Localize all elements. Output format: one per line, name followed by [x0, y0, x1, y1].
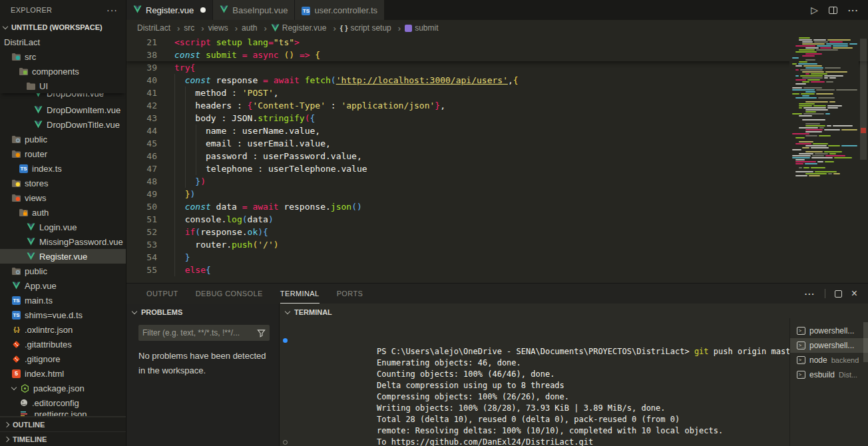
code-line[interactable]: 54 }: [126, 251, 868, 264]
sticky-code-line[interactable]: 21 <script setup lang="ts">: [126, 36, 868, 49]
terminal-instance-item[interactable]: >_ node backend: [790, 353, 868, 367]
panel-tab[interactable]: DEBUG CONSOLE: [196, 284, 263, 304]
split-editor-icon[interactable]: [829, 7, 837, 14]
panel-tab-label: PORTS: [337, 290, 363, 298]
tree-item[interactable]: DropDownItem.vue: [0, 103, 126, 117]
outline-section-header[interactable]: OUTLINE: [0, 417, 126, 431]
tree-item[interactable]: public: [0, 264, 126, 278]
ts-icon: TS: [302, 5, 310, 15]
code-line[interactable]: 48 }): [126, 175, 868, 188]
code-line[interactable]: 39 try{: [126, 61, 868, 74]
tree-item[interactable]: Register.vue: [0, 249, 126, 264]
tree-item[interactable]: .gitignore: [0, 351, 126, 366]
tree-item[interactable]: TS index.ts: [0, 161, 126, 176]
terminal-list-scrollbar[interactable]: [863, 322, 868, 362]
maximize-panel-icon[interactable]: [835, 290, 842, 298]
explorer-more-actions-icon[interactable]: ···: [107, 5, 118, 15]
code-editor[interactable]: 21 <script setup lang="ts"> 38 const sub…: [126, 36, 868, 283]
line-number: 38: [126, 49, 157, 61]
code-line[interactable]: 53 router.push('/'): [126, 238, 868, 251]
timeline-section-header[interactable]: TIMELINE: [0, 431, 126, 446]
panel-tab[interactable]: PORTS: [337, 284, 363, 304]
code-line[interactable]: 40 const response = await fetch('http://…: [126, 74, 868, 87]
terminal-output[interactable]: 16 files changed, 1375 insertions(+), 75…: [280, 318, 789, 446]
line-number: 41: [126, 87, 157, 99]
line-number: 51: [126, 213, 157, 226]
terminal-icon: >_: [797, 371, 805, 379]
panel-tab[interactable]: OUTPUT: [146, 284, 178, 304]
code-line[interactable]: 44 name : userName.value,: [126, 124, 868, 137]
tree-item-label: src: [25, 52, 36, 62]
panel-more-actions-icon[interactable]: ···: [805, 289, 815, 299]
tree-item[interactable]: src: [0, 49, 126, 64]
tree-item[interactable]: {..} .oxlintrc.json: [0, 322, 126, 337]
terminal-header[interactable]: TERMINAL: [280, 306, 868, 318]
editor-tab[interactable]: Register.vue: [126, 0, 213, 20]
code-line[interactable]: 50 const data = await response.json(): [126, 200, 868, 213]
editor-scrollbar[interactable]: [859, 36, 868, 283]
problems-filter-input[interactable]: [142, 328, 254, 337]
terminal-instance-item[interactable]: >_ powershell...: [790, 338, 868, 353]
breadcrumb-item[interactable]: Register.vue ›: [271, 23, 340, 33]
terminal-instance-item[interactable]: >_ esbuild Dist...: [790, 367, 868, 382]
breadcrumb-label: Register.vue: [282, 23, 327, 33]
problems-header[interactable]: PROBLEMS: [126, 306, 279, 318]
terminal-icon: >_: [797, 327, 805, 335]
code-line[interactable]: 45 email : userEmail.value,: [126, 137, 868, 150]
tree-item[interactable]: .prettierrc.json: [0, 410, 126, 416]
tree-item[interactable]: auth: [0, 205, 126, 220]
breadcrumb-item[interactable]: submit ›: [405, 23, 438, 33]
modified-dot-icon[interactable]: [200, 7, 206, 13]
code-line[interactable]: 42 headers : {'Content-Type' : 'applicat…: [126, 99, 868, 112]
code-line[interactable]: 41 method : 'POST',: [126, 87, 868, 99]
tree-item[interactable]: TS main.ts: [0, 293, 126, 308]
tree-item[interactable]: DropDownTitle.vue: [0, 117, 126, 132]
tree-item[interactable]: DistriLact: [0, 35, 126, 49]
terminal-icon: >_: [797, 341, 805, 349]
terminal-instance-item[interactable]: >_ powershell...: [790, 324, 868, 338]
breadcrumb-item[interactable]: DistriLact ›: [137, 23, 184, 33]
tree-item[interactable]: App.vue: [0, 278, 126, 293]
breadcrumb-item[interactable]: views ›: [208, 23, 242, 33]
terminal-instance-name: node: [809, 355, 827, 365]
code-line[interactable]: 51 console.log(data): [126, 213, 868, 226]
code-line[interactable]: 43 body : JSON.stringify({: [126, 112, 868, 124]
tree-item[interactable]: UI: [0, 79, 126, 93]
code-line[interactable]: 46 password : userPassword.value,: [126, 150, 868, 162]
breadcrumb-item[interactable]: auth ›: [242, 23, 271, 33]
editor-tab[interactable]: TS user.controller.ts: [295, 0, 385, 20]
tree-item[interactable]: MissingPassword.vue: [0, 234, 126, 249]
code-line[interactable]: 55 else{: [126, 264, 868, 276]
editor-more-actions-icon[interactable]: ···: [848, 5, 859, 15]
tree-item[interactable]: TS shims=vue.d.ts: [0, 308, 126, 322]
folder-public-icon: [11, 135, 21, 144]
breadcrumb-item[interactable]: { } script setup ›: [340, 23, 405, 33]
tree-item[interactable]: package.json: [0, 381, 126, 395]
minimap[interactable]: [789, 36, 859, 283]
tree-item[interactable]: 5 index.html: [0, 366, 126, 381]
tree-item[interactable]: stores: [0, 176, 126, 190]
workspace-section-header[interactable]: UNTITLED (WORKSPACE): [0, 20, 126, 35]
tree-item[interactable]: views: [0, 190, 126, 205]
command-marker-icon: [283, 440, 288, 445]
tree-item[interactable]: DropDown.vue: [0, 93, 126, 103]
git-icon: [11, 340, 21, 349]
run-file-icon[interactable]: ▷: [811, 5, 818, 15]
tree-item[interactable]: .gitattributes: [0, 337, 126, 351]
tree-item[interactable]: .editorconfig: [0, 395, 126, 410]
scrollbar-thumb[interactable]: [860, 39, 867, 160]
code-line[interactable]: 49 }): [126, 188, 868, 200]
vue-icon: [26, 223, 36, 231]
sticky-code-line[interactable]: 38 const submit = async () => {: [126, 49, 868, 61]
tree-item[interactable]: router: [0, 146, 126, 161]
tree-item[interactable]: Login.vue: [0, 220, 126, 234]
editor-tab[interactable]: BaseInput.vue: [213, 0, 295, 20]
panel-tab[interactable]: TERMINAL: [280, 284, 320, 304]
timeline-label: TIMELINE: [13, 435, 47, 443]
tree-item[interactable]: components: [0, 64, 126, 79]
close-panel-icon[interactable]: ×: [851, 288, 857, 299]
code-line[interactable]: 47 telephone : userTelephone.value: [126, 162, 868, 175]
tree-item[interactable]: public: [0, 132, 126, 146]
code-line[interactable]: 52 if(response.ok){: [126, 226, 868, 238]
breadcrumb-item[interactable]: src ›: [184, 23, 208, 33]
